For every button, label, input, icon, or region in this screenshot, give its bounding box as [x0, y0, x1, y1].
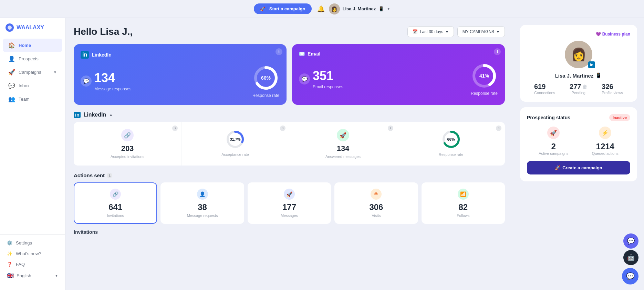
create-campaign-button[interactable]: 🚀 Create a campaign: [527, 161, 630, 174]
create-campaign-label: Create a campaign: [562, 165, 602, 170]
action-card-visits[interactable]: 👁 306 Visits: [334, 182, 418, 224]
prospecting-metrics: 🚀 2 Active campaigns ⚡ 1214 Queued actio…: [527, 127, 630, 156]
sidebar-item-whats-new[interactable]: ✨ What's new?: [3, 248, 62, 259]
sidebar-item-campaigns[interactable]: 🚀 Campaigns ▼: [3, 66, 62, 79]
email-card-body: 💬 351 Email responses 41%: [299, 62, 498, 96]
stats-cards-row: in LinkedIn ℹ 💬 134 Message responses: [74, 44, 505, 105]
sidebar-label-campaigns: Campaigns: [19, 70, 50, 75]
period-filter-label: Last 30 days: [420, 29, 443, 34]
messages-icon: 🚀: [284, 189, 295, 200]
trash-icon[interactable]: 🗑: [582, 84, 587, 90]
email-icon: ✉️: [299, 51, 305, 57]
user-chip[interactable]: 👩 Lisa J. Martinez 📱 ▼: [329, 3, 391, 14]
email-responses-label: Email responses: [313, 84, 343, 89]
sidebar-item-inbox[interactable]: 💬 Inbox: [3, 79, 62, 92]
email-card-header: ✉️ Email: [299, 51, 498, 57]
sparkle-icon: ✨: [7, 251, 12, 256]
acceptance-rate-info-button[interactable]: ℹ: [280, 126, 285, 131]
user-name: Lisa J. Martinez: [343, 6, 376, 11]
email-card-info-button[interactable]: ℹ: [494, 48, 501, 55]
action-card-follows[interactable]: 📶 82 Follows: [422, 182, 505, 224]
linkedin-icon: in: [81, 51, 89, 59]
answered-msg-label: Answered messages: [296, 154, 390, 159]
email-metric-icon: 💬: [299, 73, 310, 84]
flag-icon: 🇬🇧: [7, 272, 14, 279]
actions-sent-header: Actions sent ℹ: [74, 172, 505, 178]
email-metric: 💬 351 Email responses: [299, 69, 343, 89]
queued-actions-value: 1214: [592, 142, 619, 151]
header-controls: 📅 Last 30 days ▼ MY CAMPAIGNS ▼: [407, 26, 505, 37]
accepted-inv-label: Accepted invitations: [81, 154, 174, 159]
sidebar-item-team[interactable]: 👥 Team: [3, 92, 62, 106]
email-donut: 41%: [470, 62, 498, 90]
prospects-icon: 👤: [8, 56, 15, 62]
linkedin-section-header[interactable]: in LinkedIn ▲: [74, 112, 505, 118]
campaigns-filter-button[interactable]: MY CAMPAIGNS ▼: [457, 26, 505, 37]
action-card-invitations[interactable]: 🔗 641 Invitations: [74, 182, 157, 224]
prospecting-header: Prospecting status Inactive: [527, 114, 630, 121]
pending-value-wrap: 277 🗑: [570, 83, 587, 91]
linkedin-section-chevron-icon: ▲: [109, 112, 113, 117]
linkedin-rate: 66% Response rate: [252, 64, 280, 98]
logo-icon: [6, 23, 14, 32]
period-chevron-icon: ▼: [445, 30, 449, 34]
visits-value: 306: [341, 202, 412, 212]
sidebar-item-prospects[interactable]: 👤 Prospects: [3, 52, 62, 66]
period-filter-button[interactable]: 📅 Last 30 days ▼: [407, 26, 454, 37]
connections-stat: 619 Connections: [534, 83, 555, 95]
message-icon: 💬: [81, 76, 92, 87]
linkedin-responses-label: Message responses: [94, 87, 131, 91]
campaigns-chevron-icon: ▼: [53, 70, 57, 74]
prospecting-title: Prospecting status: [527, 115, 570, 120]
chevron-down-icon: ▼: [387, 7, 390, 11]
response-rate-donut: 66%: [404, 129, 498, 150]
active-campaigns-value: 2: [539, 142, 568, 151]
sidebar-item-home[interactable]: 🏠 Home: [3, 39, 62, 52]
invitations-label-card: Invitations: [80, 213, 151, 218]
linkedin-responses-value: 134: [94, 71, 131, 85]
business-plan-link[interactable]: 💜 Business plan: [527, 32, 630, 37]
sidebar-label-settings: Settings: [16, 240, 32, 246]
sidebar-label-inbox: Inbox: [19, 83, 57, 88]
linkedin-section-icon: in: [74, 112, 81, 118]
email-responses-value: 351: [313, 69, 343, 83]
visits-label: Visits: [341, 213, 412, 218]
sidebar-item-faq[interactable]: ❓ FAQ: [3, 259, 62, 270]
answered-msg-info-button[interactable]: ℹ: [388, 126, 393, 131]
email-rate-label: Response rate: [470, 91, 498, 96]
active-campaigns-metric: 🚀 2 Active campaigns: [539, 127, 568, 156]
topbar: Start a campaign 🔔 👩 Lisa J. Martinez 📱 …: [0, 0, 644, 18]
response-rate-info-button[interactable]: ℹ: [496, 126, 501, 131]
bell-icon[interactable]: 🔔: [317, 5, 325, 13]
metric-acceptance-rate: ℹ 31,7% Acceptance rate: [181, 122, 289, 166]
support-chat-button[interactable]: 💬: [623, 233, 638, 249]
accepted-inv-info-button[interactable]: ℹ: [172, 126, 178, 131]
robot-chat-button[interactable]: 🤖: [623, 250, 638, 265]
connections-label: Connections: [534, 91, 555, 95]
sidebar-item-settings[interactable]: ⚙️ Settings: [3, 238, 62, 248]
topbar-right: 🔔 👩 Lisa J. Martinez 📱 ▼: [317, 3, 391, 14]
action-card-message-requests[interactable]: 👤 38 Message requests: [160, 182, 244, 224]
sidebar-label-home: Home: [19, 43, 57, 48]
profile-card: 💜 Business plan 👩 in Lisa J. Martinez 📱 …: [520, 25, 637, 102]
actions-sent-section: Actions sent ℹ 🔗 641 Invitations 👤 38 Me…: [74, 172, 505, 235]
metric-answered-messages: ℹ 🚀 134 Answered messages: [289, 122, 397, 166]
profile-avatar-wrap: 👩 in: [527, 41, 630, 68]
crown-icon: 💜: [596, 32, 601, 37]
pending-label: Pending: [570, 91, 587, 95]
queued-actions-label: Queued actions: [592, 151, 619, 156]
live-chat-button[interactable]: 💬: [622, 268, 638, 284]
avatar: 👩: [329, 3, 340, 14]
content-area: Hello Lisa J., 📅 Last 30 days ▼ MY CAMPA…: [65, 18, 513, 290]
action-card-messages[interactable]: 🚀 177 Messages: [248, 182, 331, 224]
phone-icon: 📱: [378, 6, 384, 11]
language-selector[interactable]: 🇬🇧 English ▼: [3, 270, 62, 282]
visits-icon: 👁: [371, 189, 382, 200]
page-header: Hello Lisa J., 📅 Last 30 days ▼ MY CAMPA…: [74, 26, 505, 37]
start-campaign-button[interactable]: Start a campaign: [254, 3, 312, 14]
queued-actions-icon: ⚡: [599, 127, 611, 139]
linkedin-card-info-button[interactable]: ℹ: [276, 48, 282, 55]
actions-info-button[interactable]: ℹ: [107, 173, 112, 178]
accepted-inv-value: 203: [81, 144, 174, 153]
connections-value: 619: [534, 83, 555, 91]
